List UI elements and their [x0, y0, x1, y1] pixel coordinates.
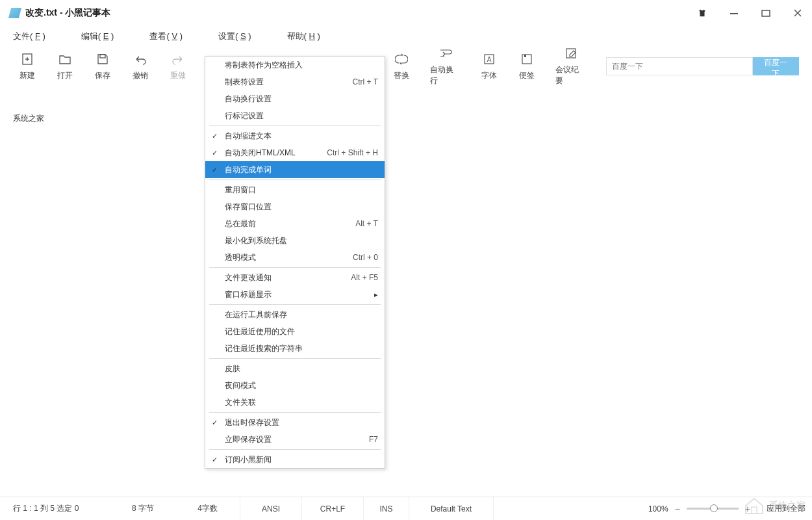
text-editor[interactable]: 系统之家 [12, 107, 812, 497]
status-lang[interactable]: Default Text [409, 497, 494, 520]
zoom-slider[interactable] [687, 508, 739, 510]
status-eol[interactable]: CR+LF [302, 497, 364, 520]
editor-line: 系统之家 [12, 113, 812, 124]
minimize-button[interactable] [730, 8, 739, 18]
svg-text:A: A [487, 56, 492, 63]
dropdown-item[interactable]: 自动完成单词 [205, 161, 385, 178]
save-button[interactable]: 保存 [94, 52, 112, 81]
dropdown-item[interactable]: 窗口标题显示▸ [205, 286, 385, 303]
status-bytes: 8 字节 [110, 497, 175, 520]
meeting-notes-icon [564, 46, 578, 60]
dropdown-item[interactable]: 文件更改通知Alt + F5 [205, 269, 385, 286]
dropdown-item[interactable]: 自动换行设置 [205, 90, 385, 107]
dropdown-item[interactable]: 自动缩进文本 [205, 127, 385, 144]
status-position: 行 1 : 1 列 5 选定 0 [0, 497, 110, 520]
dropdown-item[interactable]: 制表符设置Ctrl + T [205, 73, 385, 90]
toolbar: 新建 打开 保存 撤销 重做 替换 自动换行 A 字体 便签 会议纪要 百度一下 [0, 47, 812, 86]
svg-rect-9 [752, 507, 757, 514]
title-bar: 改变.txt - 小黑记事本 [0, 0, 812, 26]
dropdown-item[interactable]: 文件关联 [205, 394, 385, 411]
status-ins[interactable]: INS [364, 497, 409, 520]
zoom-level: 100% [648, 504, 668, 514]
menu-help[interactable]: 帮助( H ) [287, 31, 320, 42]
font-button[interactable]: A 字体 [480, 52, 498, 81]
dropdown-item[interactable]: 在运行工具前保存 [205, 306, 385, 323]
dropdown-item[interactable]: 透明模式Ctrl + 0 [205, 249, 385, 266]
menu-bar: 文件( F ) 编辑( E ) 查看( V ) 设置( S ) 帮助( H ) [0, 26, 812, 47]
dropdown-item[interactable]: 记住最近使用的文件 [205, 323, 385, 340]
dropdown-item[interactable]: 行标记设置 [205, 107, 385, 124]
settings-dropdown: 将制表符作为空格插入制表符设置Ctrl + T自动换行设置行标记设置自动缩进文本… [205, 56, 385, 469]
skin-icon[interactable] [698, 8, 707, 18]
sticky-note-icon [520, 52, 534, 66]
new-file-icon [20, 52, 34, 66]
dropdown-item[interactable]: 记住最近搜索的字符串 [205, 340, 385, 357]
app-icon [8, 8, 21, 18]
svg-rect-3 [100, 55, 105, 58]
window-title: 改变.txt - 小黑记事本 [25, 7, 110, 19]
open-button[interactable]: 打开 [56, 52, 74, 81]
new-button[interactable]: 新建 [18, 52, 36, 81]
dropdown-item[interactable]: 总在最前Alt + T [205, 215, 385, 232]
replace-button[interactable]: 替换 [392, 52, 411, 81]
dropdown-item[interactable]: 皮肤 [205, 360, 385, 377]
svg-rect-6 [522, 55, 531, 64]
zoom-handle[interactable] [710, 504, 718, 512]
dropdown-item[interactable]: 最小化到系统托盘 [205, 232, 385, 249]
redo-button[interactable]: 重做 [169, 52, 187, 81]
menu-file[interactable]: 文件( F ) [13, 31, 45, 42]
undo-button[interactable]: 撤销 [131, 52, 149, 81]
dropdown-item[interactable]: 保存窗口位置 [205, 198, 385, 215]
undo-icon [133, 52, 147, 66]
replace-icon [394, 52, 409, 66]
dropdown-item[interactable]: 重用窗口 [205, 181, 385, 198]
status-encoding[interactable]: ANSI [240, 497, 302, 520]
open-folder-icon [58, 52, 72, 66]
dropdown-item[interactable]: 立即保存设置F7 [205, 431, 385, 448]
menu-settings[interactable]: 设置( S ) [218, 31, 251, 42]
watermark: 系统之家 [743, 497, 806, 515]
dropdown-item[interactable]: 自动关闭HTML/XMLCtrl + Shift + H [205, 144, 385, 161]
menu-view[interactable]: 查看( V ) [149, 31, 183, 42]
svg-rect-7 [524, 55, 526, 57]
wrap-icon [438, 46, 453, 60]
dropdown-item[interactable]: 将制表符作为空格插入 [205, 57, 385, 73]
zoom-out-icon[interactable]: − [675, 504, 680, 514]
watermark-logo-icon [743, 497, 765, 515]
menu-edit[interactable]: 编辑( E ) [81, 31, 114, 42]
status-bar: 行 1 : 1 列 5 选定 0 8 字节 4字数 ANSI CR+LF INS… [0, 497, 812, 520]
close-button[interactable] [793, 8, 802, 18]
search-button[interactable]: 百度一下 [753, 57, 799, 75]
sticky-button[interactable]: 便签 [518, 52, 536, 81]
redo-icon [171, 52, 185, 66]
svg-rect-0 [730, 13, 738, 14]
dropdown-item[interactable]: 夜间模式 [205, 377, 385, 394]
search-box: 百度一下 [606, 57, 799, 75]
font-icon: A [482, 52, 496, 66]
search-input[interactable] [606, 57, 753, 75]
save-icon [95, 52, 110, 66]
maximize-button[interactable] [761, 8, 770, 18]
svg-rect-1 [762, 10, 770, 16]
wrap-button[interactable]: 自动换行 [430, 46, 461, 86]
dropdown-item[interactable]: 退出时保存设置 [205, 414, 385, 431]
dropdown-item[interactable]: 订阅小黑新闻 [205, 451, 385, 468]
status-chars: 4字数 [175, 497, 240, 520]
meeting-button[interactable]: 会议纪要 [555, 46, 586, 86]
